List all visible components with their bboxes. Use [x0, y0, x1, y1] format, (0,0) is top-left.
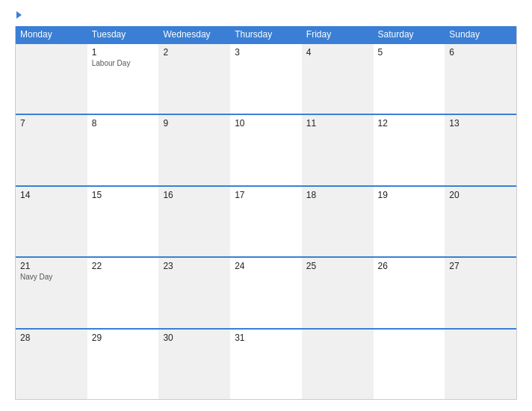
cal-cell: 21Navy Day: [16, 258, 87, 327]
cal-cell: 30: [158, 330, 230, 399]
day-number: 4: [306, 47, 369, 58]
day-number: 14: [20, 190, 83, 200]
header-cell-tuesday: Tuesday: [87, 26, 159, 43]
day-number: 18: [306, 190, 369, 200]
calendar-week-3: 14151617181920: [16, 185, 516, 256]
cal-cell: 14: [16, 187, 87, 256]
calendar-week-1: 1Labour Day23456: [16, 43, 516, 114]
day-number: 12: [378, 118, 441, 129]
cal-cell: 3: [230, 44, 302, 114]
day-number: 7: [20, 118, 83, 129]
day-number: 6: [449, 47, 512, 58]
cal-cell: 18: [302, 187, 374, 256]
header-cell-thursday: Thursday: [230, 26, 302, 43]
day-number: 23: [163, 261, 226, 271]
calendar-week-5: 28293031: [16, 328, 516, 399]
cal-cell: 11: [302, 115, 374, 185]
cal-cell: 7: [16, 115, 87, 185]
cal-cell: 8: [87, 115, 159, 185]
day-number: 30: [163, 333, 226, 343]
cal-cell: [16, 44, 87, 114]
day-number: 11: [306, 118, 369, 129]
logo-triangle-icon: [16, 11, 22, 19]
cal-cell: 31: [230, 330, 302, 399]
cal-cell: 13: [445, 115, 516, 185]
day-number: 15: [92, 190, 155, 200]
cal-cell: 27: [445, 258, 516, 327]
header-cell-saturday: Saturday: [374, 26, 445, 43]
cal-cell: [302, 330, 374, 399]
cal-cell: 9: [158, 115, 230, 185]
header-cell-monday: Monday: [16, 26, 87, 43]
cal-cell: 16: [158, 187, 230, 256]
cal-cell: 19: [374, 187, 445, 256]
cal-cell: 29: [87, 330, 159, 399]
logo: [15, 11, 22, 19]
cal-cell: [445, 330, 516, 399]
day-number: 9: [163, 118, 226, 129]
header-cell-wednesday: Wednesday: [158, 26, 230, 43]
day-number: 31: [235, 333, 297, 343]
day-number: 21: [20, 261, 83, 271]
cal-cell: 24: [230, 258, 302, 327]
cal-cell: 23: [158, 258, 230, 327]
page: MondayTuesdayWednesdayThursdayFridaySatu…: [0, 0, 532, 411]
day-number: 22: [92, 261, 155, 271]
cal-cell: 20: [445, 187, 516, 256]
calendar-week-2: 78910111213: [16, 114, 516, 185]
day-number: 2: [163, 47, 226, 58]
day-number: 25: [306, 261, 369, 271]
cal-cell: 5: [374, 44, 445, 114]
header-cell-friday: Friday: [302, 26, 374, 43]
day-number: 27: [449, 261, 512, 271]
holiday-label: Labour Day: [92, 59, 155, 67]
cal-cell: 12: [374, 115, 445, 185]
day-number: 28: [20, 333, 83, 343]
header: [15, 11, 517, 19]
cal-cell: 22: [87, 258, 159, 327]
day-number: 24: [235, 261, 297, 271]
day-number: 13: [449, 118, 512, 129]
cal-cell: 26: [374, 258, 445, 327]
day-number: 16: [163, 190, 226, 200]
cal-cell: [374, 330, 445, 399]
day-number: 19: [378, 190, 441, 200]
day-number: 26: [378, 261, 441, 271]
calendar-header-row: MondayTuesdayWednesdayThursdayFridaySatu…: [16, 26, 516, 43]
cal-cell: 15: [87, 187, 159, 256]
cal-cell: 25: [302, 258, 374, 327]
cal-cell: 17: [230, 187, 302, 256]
cal-cell: 10: [230, 115, 302, 185]
day-number: 8: [92, 118, 155, 129]
header-cell-sunday: Sunday: [445, 26, 516, 43]
cal-cell: 6: [445, 44, 516, 114]
cal-cell: 28: [16, 330, 87, 399]
cal-cell: 2: [158, 44, 230, 114]
day-number: 29: [92, 333, 155, 343]
day-number: 17: [235, 190, 297, 200]
day-number: 5: [378, 47, 441, 58]
day-number: 20: [449, 190, 512, 200]
day-number: 10: [235, 118, 297, 129]
holiday-label: Navy Day: [20, 273, 83, 281]
calendar-week-4: 21Navy Day222324252627: [16, 256, 516, 327]
cal-cell: 4: [302, 44, 374, 114]
calendar: MondayTuesdayWednesdayThursdayFridaySatu…: [15, 26, 517, 400]
logo-blue-text: [15, 11, 22, 19]
day-number: 3: [235, 47, 297, 58]
cal-cell: 1Labour Day: [87, 44, 159, 114]
day-number: 1: [92, 47, 155, 58]
